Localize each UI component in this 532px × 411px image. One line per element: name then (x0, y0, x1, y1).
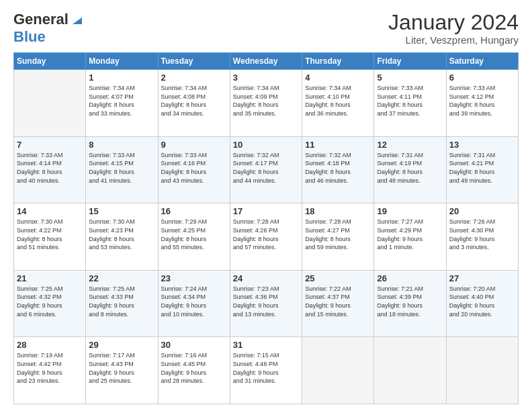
calendar-cell: 31Sunrise: 7:15 AM Sunset: 4:46 PM Dayli… (230, 337, 302, 404)
day-info: Sunrise: 7:19 AM Sunset: 4:42 PM Dayligh… (17, 351, 83, 385)
calendar-cell: 27Sunrise: 7:20 AM Sunset: 4:40 PM Dayli… (446, 270, 518, 337)
col-header-sunday: Sunday (14, 53, 86, 70)
calendar-cell: 19Sunrise: 7:27 AM Sunset: 4:29 PM Dayli… (374, 203, 446, 271)
calendar-cell: 5Sunrise: 7:33 AM Sunset: 4:11 PM Daylig… (374, 70, 446, 137)
day-number: 12 (377, 140, 443, 150)
day-number: 27 (449, 273, 515, 283)
page: General Blue January 2024 Liter, Veszpre… (0, 0, 532, 411)
svg-marker-0 (73, 17, 82, 24)
day-info: Sunrise: 7:33 AM Sunset: 4:15 PM Dayligh… (89, 151, 154, 185)
day-info: Sunrise: 7:32 AM Sunset: 4:18 PM Dayligh… (305, 151, 371, 185)
col-header-saturday: Saturday (446, 53, 518, 70)
day-number: 4 (305, 73, 371, 83)
day-info: Sunrise: 7:27 AM Sunset: 4:29 PM Dayligh… (377, 218, 443, 251)
day-info: Sunrise: 7:26 AM Sunset: 4:30 PM Dayligh… (449, 218, 515, 251)
calendar-cell (374, 337, 446, 404)
day-number: 8 (89, 140, 154, 150)
day-info: Sunrise: 7:34 AM Sunset: 4:08 PM Dayligh… (161, 84, 227, 118)
day-info: Sunrise: 7:15 AM Sunset: 4:46 PM Dayligh… (233, 351, 299, 385)
calendar-cell: 2Sunrise: 7:34 AM Sunset: 4:08 PM Daylig… (158, 70, 230, 137)
calendar-cell: 10Sunrise: 7:32 AM Sunset: 4:17 PM Dayli… (230, 136, 302, 203)
day-number: 20 (449, 206, 515, 216)
day-info: Sunrise: 7:21 AM Sunset: 4:39 PM Dayligh… (377, 285, 443, 318)
calendar-title: January 2024 (388, 11, 519, 34)
day-number: 17 (233, 206, 299, 216)
day-info: Sunrise: 7:25 AM Sunset: 4:33 PM Dayligh… (89, 285, 154, 318)
day-number: 31 (233, 340, 299, 350)
day-info: Sunrise: 7:25 AM Sunset: 4:32 PM Dayligh… (17, 285, 83, 318)
calendar-header-row: SundayMondayTuesdayWednesdayThursdayFrid… (14, 53, 519, 70)
col-header-wednesday: Wednesday (230, 53, 302, 70)
calendar-cell (302, 337, 374, 404)
calendar-subtitle: Liter, Veszprem, Hungary (388, 34, 519, 46)
header: General Blue January 2024 Liter, Veszpre… (13, 11, 519, 46)
calendar-cell: 4Sunrise: 7:34 AM Sunset: 4:10 PM Daylig… (302, 70, 374, 137)
logo-blue: Blue (13, 28, 46, 45)
day-info: Sunrise: 7:33 AM Sunset: 4:14 PM Dayligh… (17, 151, 83, 185)
calendar-cell: 11Sunrise: 7:32 AM Sunset: 4:18 PM Dayli… (302, 136, 374, 203)
day-info: Sunrise: 7:34 AM Sunset: 4:09 PM Dayligh… (233, 84, 299, 118)
day-info: Sunrise: 7:33 AM Sunset: 4:12 PM Dayligh… (449, 84, 515, 118)
day-info: Sunrise: 7:29 AM Sunset: 4:25 PM Dayligh… (161, 218, 227, 251)
calendar-cell: 20Sunrise: 7:26 AM Sunset: 4:30 PM Dayli… (446, 203, 518, 271)
day-number: 21 (17, 273, 83, 283)
calendar-cell: 22Sunrise: 7:25 AM Sunset: 4:33 PM Dayli… (86, 270, 158, 337)
calendar-table: SundayMondayTuesdayWednesdayThursdayFrid… (13, 52, 519, 404)
calendar-cell: 13Sunrise: 7:31 AM Sunset: 4:21 PM Dayli… (446, 136, 518, 203)
col-header-friday: Friday (374, 53, 446, 70)
calendar-cell: 25Sunrise: 7:22 AM Sunset: 4:37 PM Dayli… (302, 270, 374, 337)
day-number: 3 (233, 73, 299, 83)
day-number: 7 (17, 140, 83, 150)
day-number: 16 (161, 206, 227, 216)
day-number: 11 (305, 140, 371, 150)
day-info: Sunrise: 7:33 AM Sunset: 4:16 PM Dayligh… (161, 151, 227, 185)
calendar-cell: 12Sunrise: 7:31 AM Sunset: 4:19 PM Dayli… (374, 136, 446, 203)
day-info: Sunrise: 7:34 AM Sunset: 4:10 PM Dayligh… (305, 84, 371, 118)
logo: General Blue (13, 11, 85, 46)
day-number: 30 (161, 340, 227, 350)
calendar-cell: 18Sunrise: 7:28 AM Sunset: 4:27 PM Dayli… (302, 203, 374, 271)
calendar-cell (446, 337, 518, 404)
day-info: Sunrise: 7:16 AM Sunset: 4:45 PM Dayligh… (161, 351, 227, 385)
calendar-cell: 21Sunrise: 7:25 AM Sunset: 4:32 PM Dayli… (14, 270, 86, 337)
day-number: 24 (233, 273, 299, 283)
day-info: Sunrise: 7:24 AM Sunset: 4:34 PM Dayligh… (161, 285, 227, 318)
calendar-cell: 26Sunrise: 7:21 AM Sunset: 4:39 PM Dayli… (374, 270, 446, 337)
col-header-tuesday: Tuesday (158, 53, 230, 70)
day-number: 15 (89, 206, 154, 216)
day-number: 1 (89, 73, 154, 83)
day-number: 2 (161, 73, 227, 83)
calendar-week-5: 28Sunrise: 7:19 AM Sunset: 4:42 PM Dayli… (14, 337, 519, 404)
day-number: 25 (305, 273, 371, 283)
calendar-week-2: 7Sunrise: 7:33 AM Sunset: 4:14 PM Daylig… (14, 136, 519, 203)
day-info: Sunrise: 7:33 AM Sunset: 4:11 PM Dayligh… (377, 84, 443, 118)
day-info: Sunrise: 7:32 AM Sunset: 4:17 PM Dayligh… (233, 151, 299, 185)
col-header-monday: Monday (86, 53, 158, 70)
day-info: Sunrise: 7:34 AM Sunset: 4:07 PM Dayligh… (89, 84, 154, 118)
logo-general: General (13, 11, 69, 28)
title-block: January 2024 Liter, Veszprem, Hungary (388, 11, 519, 46)
calendar-cell: 9Sunrise: 7:33 AM Sunset: 4:16 PM Daylig… (158, 136, 230, 203)
col-header-thursday: Thursday (302, 53, 374, 70)
day-info: Sunrise: 7:31 AM Sunset: 4:21 PM Dayligh… (449, 151, 515, 185)
day-info: Sunrise: 7:28 AM Sunset: 4:27 PM Dayligh… (305, 218, 371, 251)
calendar-week-3: 14Sunrise: 7:30 AM Sunset: 4:22 PM Dayli… (14, 203, 519, 271)
day-info: Sunrise: 7:28 AM Sunset: 4:26 PM Dayligh… (233, 218, 299, 251)
logo-icon (70, 12, 85, 27)
day-number: 22 (89, 273, 154, 283)
calendar-cell: 30Sunrise: 7:16 AM Sunset: 4:45 PM Dayli… (158, 337, 230, 404)
day-info: Sunrise: 7:30 AM Sunset: 4:23 PM Dayligh… (89, 218, 154, 251)
day-info: Sunrise: 7:17 AM Sunset: 4:43 PM Dayligh… (89, 351, 154, 385)
calendar-cell: 28Sunrise: 7:19 AM Sunset: 4:42 PM Dayli… (14, 337, 86, 404)
calendar-cell: 23Sunrise: 7:24 AM Sunset: 4:34 PM Dayli… (158, 270, 230, 337)
day-number: 5 (377, 73, 443, 83)
day-number: 23 (161, 273, 227, 283)
day-number: 6 (449, 73, 515, 83)
day-number: 18 (305, 206, 371, 216)
calendar-cell: 29Sunrise: 7:17 AM Sunset: 4:43 PM Dayli… (86, 337, 158, 404)
calendar-cell (14, 70, 86, 137)
calendar-cell: 24Sunrise: 7:23 AM Sunset: 4:36 PM Dayli… (230, 270, 302, 337)
day-number: 19 (377, 206, 443, 216)
day-number: 26 (377, 273, 443, 283)
day-number: 13 (449, 140, 515, 150)
